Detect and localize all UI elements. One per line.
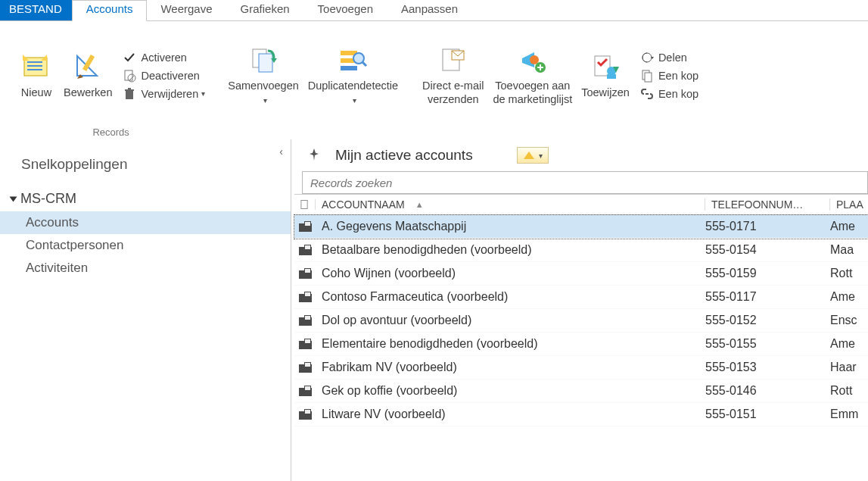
main-area: ‹ Snelkoppelingen MS-CRM AccountsContact… xyxy=(0,139,868,481)
chevron-down-icon: ▾ xyxy=(539,151,543,160)
account-icon xyxy=(299,268,312,279)
column-accountname[interactable]: ACCOUNTNAAM▲ xyxy=(316,198,705,211)
ribbon-group-collab: Direct e-mail verzenden Toevoegen aan de… xyxy=(410,24,709,139)
edit-icon xyxy=(73,52,103,82)
table-row[interactable]: Gek op koffie (voorbeeld)555-0146Rott xyxy=(294,379,868,403)
tab-weergave[interactable]: Weergave xyxy=(147,0,226,20)
row-icon-cell xyxy=(294,268,316,279)
cell-phone: 555-0153 xyxy=(705,361,830,374)
records-table: ACCOUNTNAAM▲ TELEFOONNUM… PLAA A. Gegeve… xyxy=(294,194,868,426)
sidebar-item-accounts[interactable]: Accounts xyxy=(0,211,291,234)
delete-label: Verwijderen xyxy=(141,88,198,100)
caret-down-icon xyxy=(10,197,17,202)
assign-button[interactable]: Toewijzen xyxy=(577,48,634,102)
sidebar-item-contactpersonen[interactable]: Contactpersonen xyxy=(0,234,291,257)
direct-email-button[interactable]: Direct e-mail verzenden xyxy=(418,42,488,109)
share-label: Delen xyxy=(658,52,687,64)
new-button[interactable]: Nieuw xyxy=(14,48,59,102)
collapse-sidebar-icon[interactable]: ‹ xyxy=(279,145,283,158)
sidebar: ‹ Snelkoppelingen MS-CRM AccountsContact… xyxy=(0,139,291,481)
tab-toevoegen[interactable]: Toevoegen xyxy=(304,0,387,20)
delete-button[interactable]: Verwijderen ▾ xyxy=(120,85,208,103)
account-icon xyxy=(299,315,312,326)
ribbon-group-records: Nieuw Bewerken Activeren Deact xyxy=(6,24,216,139)
copy2-label: Een kop xyxy=(658,88,698,100)
chevron-down-icon: ▾ xyxy=(201,89,205,98)
cell-accountname: Dol op avontuur (voorbeeld) xyxy=(316,314,705,327)
table-row[interactable]: Elementaire benodigdheden (voorbeeld)555… xyxy=(294,333,868,356)
cell-city: Ame xyxy=(830,290,868,304)
sidebar-tree-root[interactable]: MS-CRM xyxy=(0,186,291,211)
cell-accountname: Fabrikam NV (voorbeeld) xyxy=(316,361,705,374)
activate-button[interactable]: Activeren xyxy=(120,48,208,67)
duplicate-detect-icon xyxy=(338,45,368,75)
row-icon-cell xyxy=(294,292,316,302)
cell-city: Ensc xyxy=(830,314,868,327)
table-row[interactable]: Litware NV (voorbeeld)555-0151Emm xyxy=(294,403,868,426)
svg-rect-20 xyxy=(341,66,357,70)
deactivate-label: Deactiveren xyxy=(141,70,199,82)
ribbon-tabs: BESTAND Accounts Weergave Grafieken Toev… xyxy=(0,0,868,21)
page-icon xyxy=(300,199,309,210)
copy-link-button[interactable]: Een kop xyxy=(637,67,702,85)
column-phone[interactable]: TELEFOONNUM… xyxy=(705,198,830,211)
link-button[interactable]: Een kop xyxy=(637,85,702,103)
account-icon xyxy=(299,292,312,302)
cell-city: Maa xyxy=(830,243,868,257)
table-row[interactable]: Betaalbare benodigdheden (voorbeeld)555-… xyxy=(294,239,868,262)
cell-city: Haar xyxy=(830,361,868,374)
tab-accounts[interactable]: Accounts xyxy=(72,0,148,21)
duplicate-label: Duplicatendetectie ▾ xyxy=(308,80,398,106)
activate-label: Activeren xyxy=(141,52,186,64)
content-area: Mijn actieve accounts ▾ ACCOUNTNAAM▲ TEL… xyxy=(291,139,868,481)
pin-icon[interactable] xyxy=(308,148,322,164)
tab-aanpassen[interactable]: Aanpassen xyxy=(387,0,472,20)
search-input[interactable] xyxy=(309,176,861,190)
select-all-column[interactable] xyxy=(294,199,316,210)
table-row[interactable]: Dol op avontuur (voorbeeld)555-0152Ensc xyxy=(294,309,868,333)
search-box[interactable] xyxy=(302,171,868,194)
row-icon-cell xyxy=(294,245,316,255)
cell-accountname: Contoso Farmaceutica (voorbeeld) xyxy=(316,290,705,304)
link-icon xyxy=(640,87,654,101)
add-marketing-button[interactable]: Toevoegen aan de marketinglijst xyxy=(488,42,577,109)
trash-icon xyxy=(123,87,136,101)
deactivate-button[interactable]: Deactiveren xyxy=(120,67,208,85)
merge-button[interactable]: Samenvoegen ▾ xyxy=(223,42,303,109)
assign-label: Toewijzen xyxy=(581,86,630,99)
view-selector-button[interactable]: ▾ xyxy=(517,147,549,164)
check-icon xyxy=(123,51,136,64)
row-icon-cell xyxy=(294,315,316,326)
share-button[interactable]: Delen xyxy=(637,48,702,67)
cell-phone: 555-0152 xyxy=(705,314,830,327)
tab-grafieken[interactable]: Grafieken xyxy=(227,0,304,20)
svg-line-22 xyxy=(362,62,366,66)
cell-accountname: Litware NV (voorbeeld) xyxy=(316,408,705,421)
table-row[interactable]: Coho Wijnen (voorbeeld)555-0159Rott xyxy=(294,262,868,286)
ribbon-group-merge: Samenvoegen ▾ Duplicatendetectie ▾ xyxy=(216,24,410,139)
cell-phone: 555-0151 xyxy=(705,408,830,421)
new-label: Nieuw xyxy=(21,86,51,99)
tab-file[interactable]: BESTAND xyxy=(0,0,72,20)
copy-icon xyxy=(640,69,654,83)
column-city[interactable]: PLAA xyxy=(830,198,868,211)
table-row[interactable]: Fabrikam NV (voorbeeld)555-0153Haar xyxy=(294,356,868,379)
cell-city: Rott xyxy=(830,267,868,280)
edit-button[interactable]: Bewerken xyxy=(59,48,117,102)
table-row[interactable]: Contoso Farmaceutica (voorbeeld)555-0117… xyxy=(294,286,868,309)
table-row[interactable]: A. Gegevens Maatschappij555-0171Ame xyxy=(294,215,868,239)
new-record-icon xyxy=(21,52,51,82)
cell-phone: 555-0146 xyxy=(705,384,830,398)
duplicate-detect-button[interactable]: Duplicatendetectie ▾ xyxy=(303,42,403,109)
chevron-down-icon: ▾ xyxy=(263,96,267,105)
deactivate-icon xyxy=(123,69,136,83)
cell-phone: 555-0117 xyxy=(705,290,830,304)
svg-rect-13 xyxy=(125,89,134,91)
chevron-down-icon: ▾ xyxy=(353,96,356,105)
sidebar-item-activiteiten[interactable]: Activiteiten xyxy=(0,257,291,280)
edit-label: Bewerken xyxy=(64,86,112,99)
account-icon xyxy=(299,245,312,255)
account-icon xyxy=(299,386,312,396)
copy1-label: Een kop xyxy=(658,70,698,82)
ribbon-group-label: Records xyxy=(92,126,129,138)
